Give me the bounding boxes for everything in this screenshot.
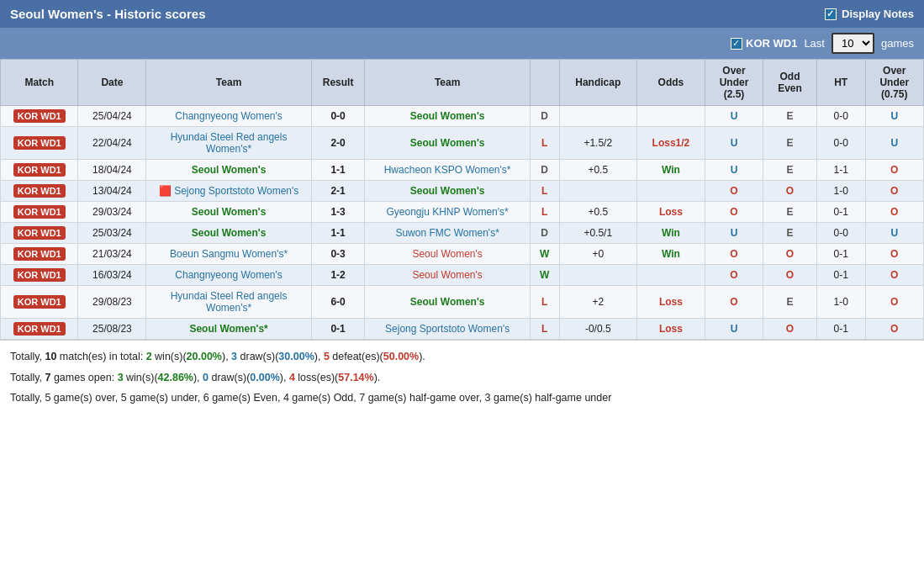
league-cell: KOR WD1 — [1, 106, 78, 127]
col-team2: Team — [365, 60, 530, 106]
col-odds: Odds — [636, 60, 705, 106]
table-header-row: Match Date Team Result Team Handicap Odd… — [1, 60, 924, 106]
games-label: games — [881, 37, 914, 50]
filter-bar: KOR WD1 Last 10 5 15 20 All games — [0, 28, 924, 59]
col-result: Result — [311, 60, 365, 106]
table-row: KOR WD125/04/24Changnyeong Women's0-0Seo… — [1, 106, 924, 127]
league-cell: KOR WD1 — [1, 223, 78, 244]
display-notes-container: Display Notes — [825, 8, 914, 20]
league-cell: KOR WD1 — [1, 265, 78, 286]
table-row: KOR WD121/03/24Boeun Sangmu Women's*0-3S… — [1, 244, 924, 265]
table-row: KOR WD122/04/24Hyundai Steel Red angels … — [1, 127, 924, 160]
table-row: KOR WD129/08/23Hyundai Steel Red angels … — [1, 286, 924, 319]
last-games-select[interactable]: 10 5 15 20 All — [832, 33, 874, 54]
col-odd-even: Odd Even — [763, 60, 817, 106]
display-notes-checkbox[interactable] — [825, 8, 837, 20]
league-cell: KOR WD1 — [1, 286, 78, 319]
summary-line1: Totally, 10 match(es) in total: 2 win(s)… — [10, 347, 914, 367]
summary-section: Totally, 10 match(es) in total: 2 win(s)… — [0, 340, 924, 416]
col-ou25: Over Under (2.5) — [705, 60, 763, 106]
kor-checkbox[interactable] — [731, 38, 742, 50]
table-row: KOR WD116/03/24Changnyeong Women's1-2Seo… — [1, 265, 924, 286]
page-title: Seoul Women's - Historic scores — [10, 7, 206, 21]
scores-table: Match Date Team Result Team Handicap Odd… — [0, 59, 924, 340]
kor-badge-container: KOR WD1 — [731, 37, 797, 50]
col-space — [530, 60, 559, 106]
col-team1: Team — [146, 60, 311, 106]
league-cell: KOR WD1 — [1, 244, 78, 265]
summary-line2: Totally, 7 games open: 3 win(s)(42.86%),… — [10, 368, 914, 388]
table-body: KOR WD125/04/24Changnyeong Women's0-0Seo… — [1, 106, 924, 340]
col-ht: HT — [816, 60, 865, 106]
display-notes-label: Display Notes — [842, 8, 914, 20]
league-cell: KOR WD1 — [1, 160, 78, 181]
league-cell: KOR WD1 — [1, 127, 78, 160]
league-cell: KOR WD1 — [1, 319, 78, 340]
col-match: Match — [1, 60, 78, 106]
league-cell: KOR WD1 — [1, 181, 78, 202]
league-label: KOR WD1 — [746, 37, 797, 50]
table-row: KOR WD113/04/24🟥 Sejong Sportstoto Women… — [1, 181, 924, 202]
table-row: KOR WD125/03/24Seoul Women's1-1Suwon FMC… — [1, 223, 924, 244]
table-row: KOR WD118/04/24Seoul Women's1-1Hwacheon … — [1, 160, 924, 181]
table-row: KOR WD129/03/24Seoul Women's1-3Gyeongju … — [1, 202, 924, 223]
col-handicap: Handicap — [559, 60, 636, 106]
col-date: Date — [78, 60, 146, 106]
league-cell: KOR WD1 — [1, 202, 78, 223]
col-ou075: Over Under (0.75) — [865, 60, 923, 106]
last-label: Last — [804, 37, 825, 50]
header-bar: Seoul Women's - Historic scores Display … — [0, 0, 924, 28]
summary-line3: Totally, 5 game(s) over, 5 game(s) under… — [10, 388, 914, 408]
table-row: KOR WD125/08/23Seoul Women's*0-1Sejong S… — [1, 319, 924, 340]
